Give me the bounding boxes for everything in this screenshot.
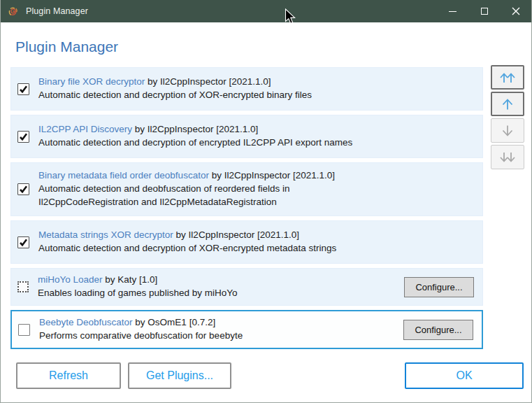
check-icon xyxy=(19,238,28,247)
down-arrow-icon xyxy=(500,125,515,137)
plugin-name-link[interactable]: IL2CPP API Discovery xyxy=(38,124,132,134)
check-icon xyxy=(19,132,28,141)
plugin-name-link[interactable]: miHoYo Loader xyxy=(38,274,103,285)
plugin-row-binary-metadata-field-order-deobfuscator[interactable]: Binary metadata field order deobfuscator… xyxy=(10,162,483,216)
plugin-manager-window: Plugin Manager Plugin Manager xyxy=(0,0,532,403)
plugin-row-binary-file-xor-decryptor[interactable]: Binary file XOR decryptor by Il2CppInspe… xyxy=(10,67,483,111)
double-up-arrow-icon xyxy=(498,71,517,84)
plugin-byline: by Katy [1.0] xyxy=(105,274,157,285)
plugin-row-il2cpp-api-discovery[interactable]: IL2CPP API Discovery by Il2CppInspector … xyxy=(10,115,483,158)
plugin-byline: by Il2CppInspector [2021.1.0] xyxy=(212,170,335,181)
plugin-name-link[interactable]: Binary metadata field order deobfuscator xyxy=(38,170,209,181)
move-to-bottom-button[interactable] xyxy=(491,145,524,169)
plugin-enabled-checkbox[interactable] xyxy=(18,324,30,336)
configure-button[interactable]: Configure... xyxy=(404,277,474,297)
window-controls xyxy=(437,0,531,22)
plugin-description: Automatic detection and deobfuscation of… xyxy=(38,183,350,209)
minimize-button[interactable] xyxy=(437,0,468,22)
ok-button[interactable]: OK xyxy=(405,362,524,389)
maximize-button[interactable] xyxy=(468,0,500,22)
plugin-row-metadata-strings-xor-decryptor[interactable]: Metadata strings XOR decryptor by Il2Cpp… xyxy=(10,220,483,264)
close-icon xyxy=(512,7,520,15)
app-rose-icon xyxy=(7,6,19,17)
plugin-byline: by Il2CppInspector [2021.1.0] xyxy=(135,124,258,134)
plugin-enabled-checkbox[interactable] xyxy=(17,131,29,143)
close-button[interactable] xyxy=(500,0,531,22)
maximize-icon xyxy=(481,8,488,15)
plugin-name-link[interactable]: Binary file XOR decryptor xyxy=(38,76,145,87)
get-plugins-button[interactable]: Get Plugins... xyxy=(128,362,231,389)
minimize-icon xyxy=(449,11,456,12)
plugin-description: Performs comparative deobfuscation for b… xyxy=(39,330,396,343)
plugin-description: Automatic detection and decryption of en… xyxy=(38,136,467,150)
check-icon xyxy=(19,85,28,94)
check-icon xyxy=(19,185,28,194)
plugin-name-link[interactable]: Metadata strings XOR decryptor xyxy=(38,229,173,240)
move-down-button[interactable] xyxy=(491,118,524,143)
plugin-byline: by Il2CppInspector [2021.1.0] xyxy=(148,76,271,87)
window-title: Plugin Manager xyxy=(26,6,88,16)
plugin-enabled-checkbox[interactable] xyxy=(17,236,29,248)
plugin-enabled-checkbox[interactable] xyxy=(17,281,29,292)
configure-button[interactable]: Configure... xyxy=(403,320,473,340)
plugin-byline: by Il2CppInspector [2021.1.0] xyxy=(176,229,299,240)
plugin-name-link[interactable]: Beebyte Deobfuscator xyxy=(39,317,133,327)
plugin-description: Enables loading of games published by mi… xyxy=(38,287,397,300)
plugin-enabled-checkbox[interactable] xyxy=(17,83,29,95)
plugin-byline: by OsOmE1 [0.7.2] xyxy=(135,317,215,327)
double-down-arrow-icon xyxy=(498,151,517,164)
page-title: Plugin Manager xyxy=(15,38,118,55)
move-to-top-button[interactable] xyxy=(491,65,524,90)
plugin-description: Automatic detection and decryption of XO… xyxy=(38,89,467,102)
move-up-button[interactable] xyxy=(491,92,524,116)
plugin-row-beebyte-deobfuscator[interactable]: Beebyte Deobfuscator by OsOmE1 [0.7.2] P… xyxy=(10,310,483,349)
titlebar[interactable]: Plugin Manager xyxy=(1,0,531,22)
plugin-enabled-checkbox[interactable] xyxy=(17,183,29,195)
plugin-description: Automatic detection and decryption of XO… xyxy=(38,242,467,255)
refresh-button[interactable]: Refresh xyxy=(16,362,121,389)
plugin-row-mihoyo-loader[interactable]: miHoYo Loader by Katy [1.0] Enables load… xyxy=(10,268,483,306)
up-arrow-icon xyxy=(500,98,515,111)
plugin-list: Binary file XOR decryptor by Il2CppInspe… xyxy=(10,67,483,349)
